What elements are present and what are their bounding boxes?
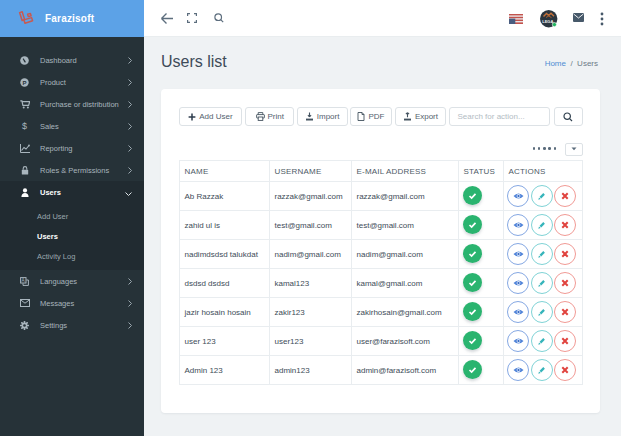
svg-text:A: A xyxy=(22,278,26,283)
svg-text:P: P xyxy=(23,79,27,85)
svg-text:LEGA: LEGA xyxy=(542,19,553,24)
